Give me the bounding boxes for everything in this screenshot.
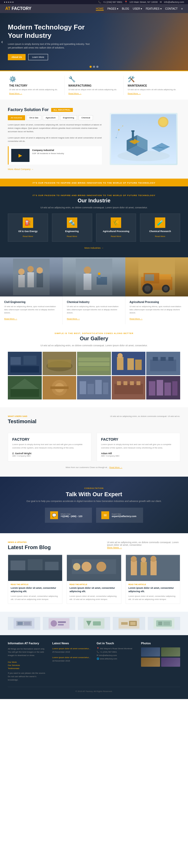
blog-subtitle: Ut wisi ad ex adipiscing enim, ex dolore… — [107, 541, 180, 546]
work-civil-link[interactable]: Read More → — [4, 317, 17, 320]
gallery-item-10[interactable] — [146, 376, 180, 399]
svg-rect-106 — [18, 622, 23, 625]
top-bar: ● ● ● ● ● 📞 +1 (234) 567 8901 📍 123 Main… — [0, 0, 188, 4]
gallery-item-1[interactable] — [8, 352, 42, 375]
tab-oil-gas[interactable]: Oil & Gas — [27, 115, 41, 120]
consultation-card-chat[interactable]: 💬 What's Chat +1(246) - (456) - 123 — [45, 508, 92, 523]
dot-1[interactable] — [89, 66, 92, 68]
gallery-item-8[interactable] — [77, 376, 111, 399]
svg-rect-23 — [36, 273, 43, 287]
hero-learn-button[interactable]: Learn More — [28, 54, 48, 60]
gallery-item-4[interactable] — [112, 352, 146, 375]
dot-3[interactable] — [96, 66, 99, 68]
tab-chemical[interactable]: Chemical — [79, 115, 93, 120]
nav-blog-link[interactable]: BLOG — [122, 7, 129, 10]
gallery-item-2[interactable] — [43, 352, 77, 375]
tab-engineering[interactable]: Engineering — [60, 115, 77, 120]
industries-title: Our Industrie — [8, 198, 180, 204]
nav-contact[interactable]: CONTACT — [165, 7, 178, 10]
gallery-title: Our Gallery — [8, 336, 180, 342]
svg-rect-74 — [95, 380, 102, 394]
footer-link-2[interactable]: Our Services — [8, 664, 47, 666]
work-chemical-link[interactable]: Read More → — [67, 317, 80, 320]
chemical-link[interactable]: Read More — [155, 235, 165, 238]
oil-gas-link[interactable]: Read More — [23, 235, 33, 238]
hero-prev-arrow[interactable]: ‹ — [1, 39, 3, 44]
nav-user[interactable]: USER ▾ — [133, 7, 142, 10]
consultation-card-email[interactable]: ✉ Expert Mail expert@atfactory.com — [96, 508, 143, 523]
feature-maintenance-link[interactable]: Read More → — [128, 92, 141, 95]
blog-header-left: NEWS & UPDATES Latest From Blog — [8, 541, 51, 551]
nav-menu-link[interactable]: ≡ — [181, 7, 183, 10]
gallery-header: SIMPLE IS THE BEST, SOPHISTICATION COMES… — [8, 332, 180, 347]
svg-point-94 — [82, 562, 92, 572]
nav-features-link[interactable]: FEATURES ▾ — [146, 7, 161, 10]
nav-menu[interactable]: ≡ — [181, 7, 183, 10]
email-text: info@atfactory.com — [164, 1, 184, 3]
feature-manufacturing-text: Ut wisi ad ex aliqua enim sit elit solut… — [69, 88, 119, 91]
svg-point-20 — [18, 269, 25, 275]
svg-rect-31 — [97, 277, 107, 285]
feature-manufacturing-link[interactable]: Read More → — [69, 92, 81, 95]
feature-factory-link[interactable]: Read More → — [9, 92, 22, 95]
factory-icon: ⚙️ — [9, 76, 60, 83]
svg-rect-18 — [13, 259, 50, 295]
svg-rect-27 — [76, 259, 112, 295]
gallery-item-5[interactable] — [146, 352, 180, 375]
svg-rect-121 — [158, 622, 162, 625]
testimonials-more-link[interactable]: Read More → — [109, 466, 123, 469]
testimonials-header-left: WHAT USERS SAID Testimonial — [8, 415, 36, 429]
gallery-label: SIMPLE IS THE BEST, SOPHISTICATION COMES… — [8, 332, 180, 335]
gallery-item-6[interactable] — [8, 376, 42, 399]
footer-link-3[interactable]: Testimonials — [8, 667, 47, 670]
svg-point-29 — [84, 267, 91, 274]
svg-point-37 — [142, 283, 153, 294]
gallery-item-7[interactable] — [43, 376, 77, 399]
work-images — [0, 257, 188, 297]
top-bar-right: 📞 +1 (234) 567 8901 📍 123 Main Street, N… — [98, 1, 184, 3]
svg-rect-122 — [163, 622, 170, 625]
nav-user-link[interactable]: USER ▾ — [133, 7, 142, 10]
blog-tag-2: READ THE ARTICLE — [70, 584, 118, 585]
work-chemical-title: Chemical Industry — [67, 301, 121, 304]
tab-all-industrial[interactable]: All Industrial — [8, 115, 25, 120]
engineering-link[interactable]: Read More — [67, 235, 77, 238]
features-row: ⚙️ THE FACTORY Ut wisi ad ex aliqua enim… — [0, 70, 188, 100]
feature-factory: ⚙️ THE FACTORY Ut wisi ad ex aliqua enim… — [5, 76, 64, 95]
testimonial-2-brand: FACTORY — [101, 437, 176, 441]
hero-about-button[interactable]: About Us — [8, 54, 26, 60]
footer-link-1[interactable]: Our Work — [8, 661, 47, 663]
svg-rect-51 — [78, 362, 110, 366]
footer-news-link-2[interactable]: Lorem ipsum dolor sit amet consectetur..… — [52, 656, 91, 659]
nav-features[interactable]: FEATURES ▾ — [146, 7, 161, 10]
hero-section: Modern Technology For Your Industry Lore… — [0, 13, 188, 70]
nav-pages[interactable]: PAGES ▾ — [107, 7, 118, 10]
chemical-svg — [76, 259, 112, 295]
svg-point-40 — [163, 286, 168, 291]
svg-rect-46 — [10, 366, 39, 373]
dot-2[interactable] — [93, 66, 95, 68]
nav-blog[interactable]: BLOG — [122, 7, 129, 10]
nav-pages-link[interactable]: PAGES ▾ — [107, 7, 118, 10]
blog-more-link[interactable]: More News → — [107, 546, 122, 549]
nav-home-link[interactable]: HOME — [96, 7, 104, 11]
work-agricultural-link[interactable]: Read More → — [130, 317, 142, 320]
gallery-item-9[interactable] — [112, 376, 146, 399]
consultation-cards: 💬 What's Chat +1(246) - (456) - 123 ✉ Ex… — [8, 508, 180, 523]
nav-contact-link[interactable]: CONTACT — [165, 7, 178, 10]
company-video-play[interactable]: ▶ — [11, 149, 29, 162]
hero-text: Lorem ipsum is simply dummy text of the … — [8, 42, 91, 50]
svg-rect-7 — [131, 130, 134, 132]
testimonials-section: WHAT USERS SAID Testimonial Ut wisi ad e… — [0, 407, 188, 477]
footer-info-text: All things are for thematicm search only… — [8, 647, 47, 657]
gallery-item-3[interactable] — [77, 352, 111, 375]
more-about-company-link[interactable]: More About Company → — [8, 168, 34, 170]
footer-news-link-1[interactable]: Lorem ipsum dolor sit amet consectetur..… — [52, 647, 91, 650]
work-descriptions: Civil Engineering Ut wisi ad ex adipisci… — [0, 297, 188, 324]
phone-number: +1 (234) 567 8901 — [103, 1, 123, 3]
testimonial-1: FACTORY Lorem ipsum is simply dummy text… — [8, 433, 91, 462]
nav-home[interactable]: HOME — [96, 7, 104, 10]
agriculture-link[interactable]: Read More — [111, 235, 122, 238]
more-industries-link[interactable]: More Industries → — [84, 247, 104, 249]
tab-agriculture[interactable]: Agriculture — [43, 115, 58, 120]
